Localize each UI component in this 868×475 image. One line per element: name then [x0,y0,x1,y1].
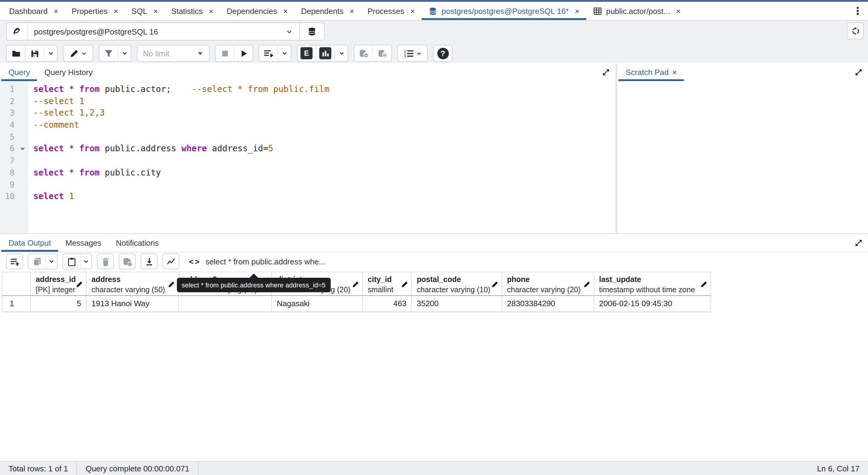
new-connection-button[interactable] [299,23,324,40]
explain-options-button[interactable] [335,45,348,61]
expand-icon[interactable] [855,68,863,76]
editor-code[interactable]: select * from public.actor; --select * f… [33,81,615,233]
download-button[interactable] [141,253,157,269]
column-header-address[interactable]: addresscharacter varying (50) [87,272,179,295]
cell-last-update[interactable]: 2006-02-15 09:45:30 [594,296,711,312]
edit-pencil-icon[interactable] [583,281,591,288]
expand-icon[interactable] [855,239,863,247]
graph-visualiser-button[interactable] [162,253,179,269]
cell-address2[interactable] [179,296,272,312]
edit-pencil-icon[interactable] [76,281,83,288]
close-icon[interactable]: × [153,6,158,15]
edit-pencil-icon[interactable] [700,281,708,288]
code-line[interactable]: select * from public.city [33,167,615,179]
code-line[interactable]: --select 1,2,3 [33,107,615,119]
fold-chevron-icon[interactable] [20,145,26,152]
file-group [6,45,58,62]
edit-pencil-icon[interactable] [401,281,408,288]
column-header-postal-code[interactable]: postal_codecharacter varying (10) [412,272,502,295]
column-header-city-id[interactable]: city_idsmallint [363,272,412,295]
delete-row-button[interactable] [97,253,114,269]
cell-address-id[interactable]: 5 [31,296,87,312]
commit-button[interactable] [354,45,373,61]
copy-options-button[interactable] [46,254,57,269]
cell-district[interactable]: Nagasaki [272,296,363,312]
close-icon[interactable]: × [114,6,118,15]
code-line[interactable]: --comment [33,119,615,131]
save-data-button[interactable] [119,253,136,269]
tab-postgres-postgres-postgresql-16[interactable]: postgres/postgres@PostgreSQL 16*× [422,2,586,20]
scratch-pad-tabs: Scratch Pad × [617,64,868,82]
cell-city-id[interactable]: 463 [363,296,412,312]
close-icon[interactable]: × [349,6,354,15]
open-file-button[interactable] [7,45,26,61]
query-panel: Query Query History 12345678910 select *… [0,64,615,233]
paste-options-button[interactable] [81,254,91,269]
tab-notifications[interactable]: Notifications [109,234,166,252]
row-number[interactable]: 1 [2,296,31,312]
edit-pencil-icon[interactable] [352,281,359,288]
add-row-button[interactable] [6,253,23,269]
close-icon[interactable]: × [676,6,681,15]
macros-button[interactable]: 123 [398,45,427,61]
cell-address[interactable]: 1913 Hanoi Way [87,296,179,312]
close-icon[interactable]: × [575,6,579,15]
save-options-button[interactable] [44,45,57,61]
cell-postal-code[interactable]: 35200 [412,296,502,312]
tab-messages[interactable]: Messages [58,234,109,252]
tab-sql[interactable]: SQL× [125,2,164,20]
column-header-address-id[interactable]: address_id[PK] integer [31,272,87,295]
tab-statistics[interactable]: Statistics× [164,2,220,20]
tab-query[interactable]: Query [1,64,37,81]
tab-data-output[interactable]: Data Output [1,234,58,252]
edit-pencil-icon[interactable] [491,281,498,288]
tab-dependents[interactable]: Dependents× [294,2,361,20]
connection-dropdown[interactable]: postgres/postgres@PostgreSQL 16 [28,23,299,40]
execute-options-dropdown[interactable] [278,45,291,61]
sql-editor[interactable]: 12345678910 select * from public.actor; … [0,81,615,233]
save-file-button[interactable] [26,45,44,61]
tab-scratch-pad[interactable]: Scratch Pad × [618,64,684,81]
code-line[interactable] [33,179,615,191]
column-header-phone[interactable]: phonecharacter varying (20) [502,272,594,295]
scratch-pad-body[interactable] [617,81,868,233]
close-icon[interactable]: × [54,6,58,15]
tab-processes[interactable]: Processes× [361,2,422,20]
filter-button[interactable] [99,45,118,61]
code-line[interactable]: select 1 [33,191,615,202]
explain-analyze-button[interactable] [316,45,335,61]
stop-button[interactable] [216,45,235,61]
paste-button[interactable] [63,254,81,269]
close-icon[interactable]: × [209,6,213,15]
cell-phone[interactable]: 28303384290 [502,296,594,312]
explain-button[interactable]: E [298,45,316,61]
reset-layout-button[interactable] [847,23,864,39]
copy-button[interactable] [28,254,46,269]
code-line[interactable]: select * from public.actor; --select * f… [33,83,615,95]
close-icon[interactable]: × [672,68,677,77]
tab-dashboard[interactable]: Dashboard× [2,2,65,20]
chevron-down-icon [48,258,55,265]
help-button[interactable]: ? [434,45,452,61]
edit-menu-button[interactable] [64,45,93,61]
tab-query-history[interactable]: Query History [37,64,100,81]
code-line[interactable] [33,131,615,143]
tab-dependencies[interactable]: Dependencies× [220,2,294,20]
macros-icon: 123 [403,49,413,58]
code-line[interactable]: select * from public.address where addre… [33,143,615,155]
tab-public-actor-post[interactable]: public.actor/post...× [586,2,687,20]
rollback-button[interactable] [373,45,391,61]
tab-properties[interactable]: Properties× [65,2,125,20]
expand-icon[interactable] [602,68,610,76]
execute-button[interactable] [235,45,253,61]
filter-options-button[interactable] [118,45,131,61]
edit-pencil-icon[interactable] [168,281,175,288]
close-icon[interactable]: × [283,6,288,15]
code-line[interactable] [33,155,615,167]
column-header-last-update[interactable]: last_updatetimestamp without time zone [594,272,711,295]
code-line[interactable]: --select 1 [33,95,615,107]
row-limit-select[interactable]: No limit [137,45,210,62]
tab-overflow-menu-icon[interactable] [853,6,863,16]
execute-script-button[interactable] [259,45,278,61]
close-icon[interactable]: × [410,6,415,15]
